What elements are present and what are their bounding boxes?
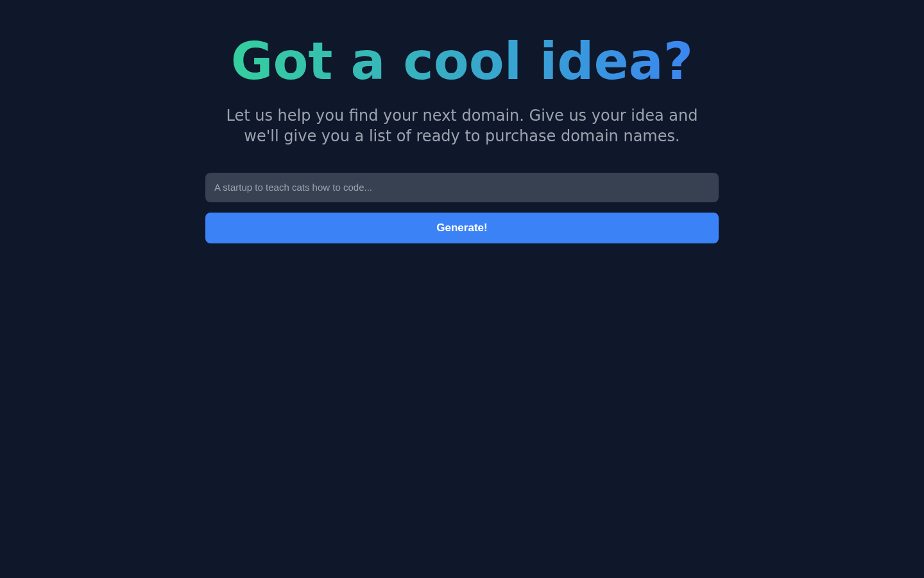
idea-form: Generate! [205, 173, 719, 243]
idea-input[interactable] [205, 173, 719, 202]
hero-container: Got a cool idea? Let us help you find yo… [205, 0, 719, 243]
page-headline: Got a cool idea? [205, 36, 719, 87]
generate-button[interactable]: Generate! [205, 213, 719, 243]
page-subheadline: Let us help you find your next domain. G… [205, 105, 719, 147]
